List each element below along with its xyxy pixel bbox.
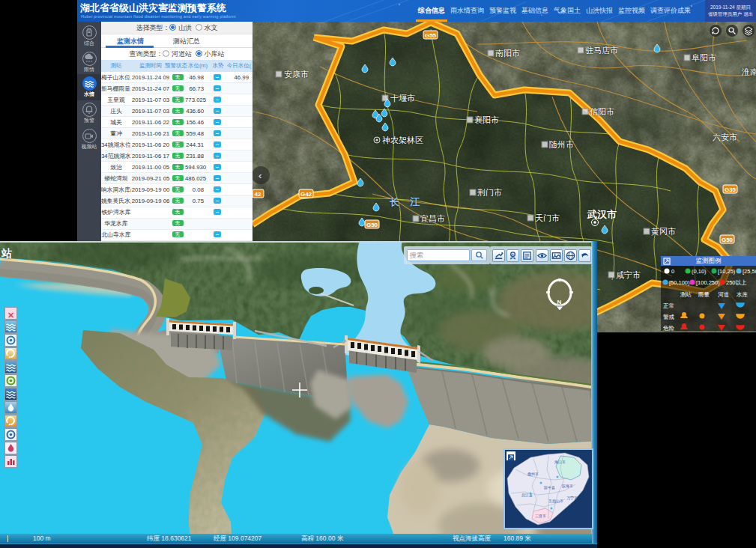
svg-text:海口市: 海口市 <box>554 460 566 465</box>
svg-text:信阳市: 信阳市 <box>590 107 614 116</box>
svg-text:咸宁市: 咸宁市 <box>616 270 641 279</box>
svg-text:测站: 测站 <box>680 291 692 298</box>
svg-text:42: 42 <box>255 191 261 198</box>
svg-text:南阳市: 南阳市 <box>495 49 520 58</box>
svg-text:河道: 河道 <box>718 291 730 298</box>
svg-text:神农架林区: 神农架林区 <box>382 136 423 144</box>
svg-text:十堰市: 十堰市 <box>390 94 415 103</box>
svg-text:六安市: 六安市 <box>713 133 737 141</box>
svg-text:黄冈市: 黄冈市 <box>651 227 676 236</box>
svg-text:G42: G42 <box>300 191 312 198</box>
svg-text:随州市: 随州市 <box>549 140 574 149</box>
svg-text:正常: 正常 <box>663 302 674 309</box>
svg-text:淮南: 淮南 <box>741 67 756 76</box>
svg-text:武汉市: 武汉市 <box>587 209 617 220</box>
svg-text:天门市: 天门市 <box>535 213 560 222</box>
svg-text:安康市: 安康市 <box>284 70 309 79</box>
svg-text:危险: 危险 <box>663 325 675 331</box>
svg-text:驻马店市: 驻马店市 <box>585 46 618 55</box>
svg-text:(0,10): (0,10) <box>692 268 707 275</box>
svg-text:G35: G35 <box>725 186 737 193</box>
svg-text:[25,50: [25,50 <box>743 268 756 275</box>
svg-text:[50,100): [50,100) <box>669 279 690 286</box>
svg-text:阜阳市: 阜阳市 <box>692 53 716 62</box>
svg-text:长江: 长江 <box>389 196 430 207</box>
svg-text:宜昌市: 宜昌市 <box>420 214 445 223</box>
svg-text:G50: G50 <box>366 222 378 228</box>
svg-text:N: N <box>557 299 562 305</box>
svg-text:[10,25): [10,25) <box>718 268 736 275</box>
svg-text:儋州市: 儋州市 <box>527 472 539 477</box>
svg-text:琼海市: 琼海市 <box>561 484 573 489</box>
svg-text:三亚市: 三亚市 <box>535 514 546 518</box>
svg-text:‹: ‹ <box>258 170 261 181</box>
svg-text:水库: 水库 <box>736 291 749 298</box>
svg-text:警戒: 警戒 <box>663 314 675 320</box>
svg-text:250以上: 250以上 <box>726 279 747 286</box>
svg-text:G50: G50 <box>722 237 734 243</box>
svg-text:五指山市: 五指山市 <box>548 499 563 503</box>
svg-text:G55: G55 <box>425 32 437 39</box>
svg-text:0: 0 <box>671 268 674 275</box>
svg-text:荆门市: 荆门市 <box>477 188 502 197</box>
svg-text:襄阳市: 襄阳市 <box>474 115 499 124</box>
svg-text:[100,250): [100,250) <box>696 279 720 286</box>
svg-text:琼中县: 琼中县 <box>543 485 555 490</box>
svg-text:雨量: 雨量 <box>698 291 710 298</box>
svg-text:万宁市: 万宁市 <box>566 496 578 500</box>
